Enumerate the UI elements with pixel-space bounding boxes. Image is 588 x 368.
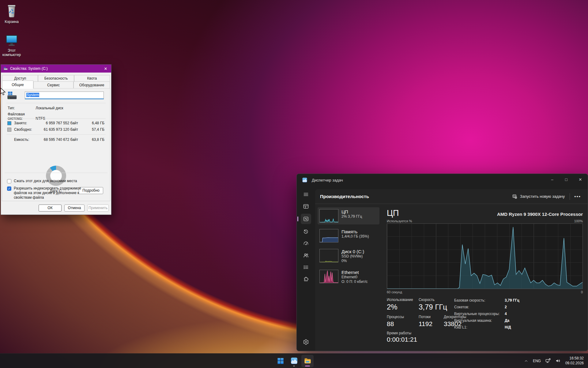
list-item-memory[interactable]: Память 1,4/4,0 ГБ (35%) bbox=[318, 227, 379, 244]
usage-value: 2% bbox=[387, 302, 419, 312]
graph-unit-label: Используется % bbox=[387, 219, 412, 223]
ok-button[interactable]: ОК bbox=[39, 205, 62, 212]
apply-button[interactable]: Применить bbox=[87, 205, 109, 212]
capacity-row: Емкость: 68 595 740 672 байт 63,8 ГБ bbox=[7, 137, 105, 142]
network-icon[interactable] bbox=[545, 358, 551, 364]
sidebar-item-users[interactable] bbox=[301, 251, 311, 260]
virtual-processors-label: Виртуальные процессоры: bbox=[454, 312, 505, 316]
sidebar-item-settings[interactable] bbox=[301, 337, 311, 347]
processes-icon bbox=[303, 203, 309, 209]
sidebar-item-performance[interactable] bbox=[301, 214, 311, 224]
tab-row-lower: Общие Сервис Оборудование bbox=[2, 81, 110, 88]
sidebar-item-startup-apps[interactable] bbox=[301, 239, 311, 248]
sidebar-item-details[interactable] bbox=[301, 263, 311, 272]
tab-quota[interactable]: Квота bbox=[74, 75, 110, 81]
volume-name-input[interactable]: System bbox=[25, 92, 104, 99]
desktop-icon-recycle-bin[interactable]: Корзина bbox=[0, 3, 25, 24]
cpu-usage-graph bbox=[387, 223, 583, 289]
tab-tools[interactable]: Сервис bbox=[33, 81, 74, 88]
system-tray: ENG 16:58:32 09.02.2026 bbox=[524, 356, 588, 366]
index-checkbox[interactable]: ✓ bbox=[7, 186, 11, 191]
metric-name: Ethernet bbox=[341, 270, 368, 275]
running-indicator-dot bbox=[293, 366, 295, 366]
tab-hardware[interactable]: Оборудование bbox=[74, 81, 110, 88]
performance-icon bbox=[303, 216, 309, 222]
free-size: 57,4 ГБ bbox=[92, 127, 104, 132]
used-bytes: 6 959 767 552 байт bbox=[46, 121, 78, 125]
page-title: Производительность bbox=[320, 194, 369, 199]
header-divider bbox=[570, 193, 570, 200]
free-bytes: 61 635 973 120 байт bbox=[44, 127, 78, 132]
volume-icon[interactable] bbox=[555, 358, 561, 364]
type-value: Локальный диск bbox=[36, 106, 63, 110]
dialog-buttons: ОК Отмена Применить bbox=[39, 205, 109, 212]
processes-value: 88 bbox=[387, 320, 419, 328]
threads-value: 1192 bbox=[419, 320, 444, 328]
task-manager-window: Диспетчер задач – □ ✕ bbox=[296, 174, 588, 351]
used-space-row: Занято: 6 959 767 552 байт 6,48 ГБ bbox=[7, 121, 105, 126]
sidebar-item-app-history[interactable] bbox=[301, 227, 311, 236]
window-controls: – □ ✕ bbox=[545, 174, 587, 185]
taskbar: ENG 16:58:32 09.02.2026 bbox=[0, 353, 588, 368]
divider bbox=[5, 173, 107, 173]
task-manager-titlebar[interactable]: Диспетчер задач bbox=[297, 174, 588, 186]
task-manager-sidebar bbox=[297, 186, 315, 351]
close-icon[interactable]: ✕ bbox=[573, 174, 587, 185]
close-icon[interactable]: ✕ bbox=[103, 66, 109, 71]
app-history-icon bbox=[303, 228, 309, 235]
filesystem-label: Файловая система: bbox=[8, 112, 35, 121]
dialog-titlebar[interactable]: Свойства: System (C:) ✕ bbox=[1, 65, 111, 73]
start-icon bbox=[277, 357, 284, 365]
cancel-button[interactable]: Отмена bbox=[64, 205, 85, 212]
l1-cache-value: Н/Д bbox=[505, 325, 511, 329]
list-item-cpu[interactable]: ЦП 2% 3,79 ГГц bbox=[318, 207, 379, 224]
compress-checkbox-row: Сжать этот диск для экономии места bbox=[7, 179, 106, 183]
performance-metric-list: ЦП 2% 3,79 ГГц Память 1,4/4,0 ГБ (35%) bbox=[315, 204, 382, 351]
start-button[interactable] bbox=[274, 355, 287, 367]
used-size: 6,48 ГБ bbox=[92, 121, 104, 125]
capacity-size: 63,8 ГБ bbox=[92, 137, 104, 142]
drive-icon bbox=[3, 66, 8, 71]
divider bbox=[6, 134, 106, 135]
input-language-indicator[interactable]: ENG bbox=[533, 359, 541, 363]
sidebar-item-services[interactable] bbox=[301, 275, 311, 284]
virtual-machine-value: Да bbox=[505, 318, 509, 323]
disk-properties-dialog: Свойства: System (C:) ✕ Доступ Безопасно… bbox=[1, 64, 111, 215]
sidebar-item-processes[interactable] bbox=[301, 202, 311, 211]
memory-mini-graph bbox=[319, 229, 338, 242]
threads-label: Потоки bbox=[419, 315, 444, 319]
uptime-value: 0:00:01:21 bbox=[387, 335, 583, 344]
taskbar-item-file-explorer[interactable] bbox=[301, 355, 314, 367]
sockets-label: Сокетов: bbox=[454, 305, 505, 309]
virtual-machine-label: Виртуальная машина: bbox=[454, 318, 505, 323]
services-icon bbox=[303, 276, 309, 282]
cpu-pane-title: ЦП bbox=[387, 208, 399, 218]
tray-chevron-icon[interactable] bbox=[524, 359, 529, 363]
desktop-icon-this-pc[interactable]: Этот компьютер bbox=[0, 33, 25, 57]
tab-security[interactable]: Безопасность bbox=[38, 75, 74, 81]
metric-name: ЦП bbox=[341, 209, 362, 214]
ethernet-mini-graph bbox=[319, 270, 338, 283]
virtual-processors-value: 4 bbox=[505, 312, 507, 316]
tab-general[interactable]: Общие bbox=[2, 81, 33, 89]
tray-date: 09.02.2026 bbox=[565, 361, 584, 366]
list-item-ethernet[interactable]: Ethernet Ethernet0 О: 0 П: 0 кбит/с bbox=[318, 268, 379, 286]
run-new-task-button[interactable]: Запустить новую задачу bbox=[510, 192, 567, 201]
mouse-cursor bbox=[0, 88, 6, 96]
compress-checkbox[interactable] bbox=[7, 179, 11, 183]
type-row: Тип: Локальный диск bbox=[8, 106, 63, 110]
list-item-disk[interactable]: Диск 0 (C:) SSD (NVMe) 0% bbox=[318, 247, 379, 265]
index-checkbox-label: Разрешить индексировать содержимое файло… bbox=[14, 186, 93, 200]
maximize-icon[interactable]: □ bbox=[559, 174, 573, 185]
active-indicator-pill bbox=[305, 366, 310, 366]
window-title: Диспетчер задач bbox=[312, 178, 343, 182]
metric-name: Диск 0 (C:) bbox=[341, 249, 364, 254]
free-legend-swatch bbox=[7, 128, 11, 132]
taskbar-item-task-manager[interactable] bbox=[288, 355, 300, 367]
clock[interactable]: 16:58:32 09.02.2026 bbox=[565, 356, 584, 366]
base-speed-label: Базовая скорость: bbox=[454, 298, 505, 302]
more-options-icon[interactable]: ••• bbox=[572, 194, 583, 199]
menu-icon[interactable] bbox=[301, 190, 311, 199]
compress-checkbox-label: Сжать этот диск для экономии места bbox=[14, 179, 90, 183]
minimize-icon[interactable]: – bbox=[545, 174, 559, 185]
